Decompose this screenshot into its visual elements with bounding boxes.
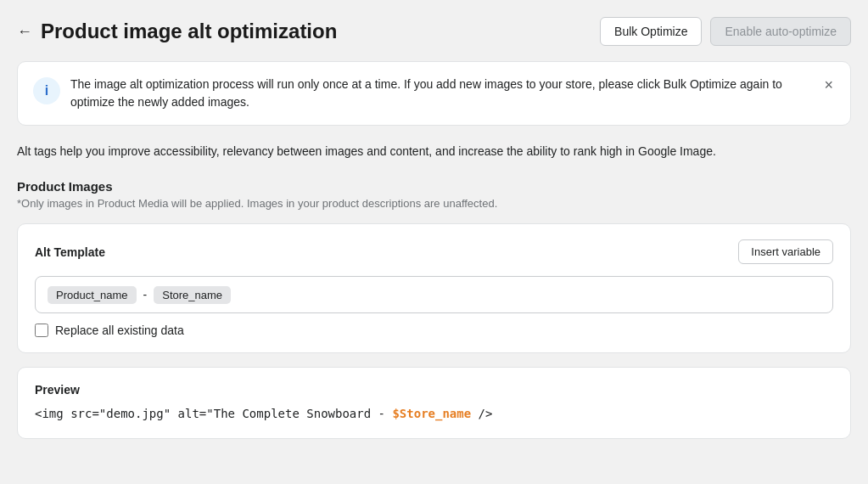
replace-checkbox-row: Replace all existing data: [35, 324, 833, 337]
preview-title: Preview: [35, 383, 833, 397]
separator: -: [143, 288, 148, 301]
info-banner: i The image alt optimization process wil…: [17, 61, 851, 126]
card-header: Alt Template Insert variable: [35, 239, 833, 264]
alt-template-card: Alt Template Insert variable Product_nam…: [17, 223, 851, 353]
back-button[interactable]: ←: [17, 23, 32, 41]
replace-checkbox[interactable]: [35, 324, 48, 337]
header-left: ← Product image alt optimization: [17, 20, 337, 43]
insert-variable-button[interactable]: Insert variable: [738, 239, 833, 264]
replace-checkbox-label: Replace all existing data: [55, 324, 184, 337]
info-icon: i: [45, 83, 48, 98]
preview-code-highlight: $Store_name: [392, 407, 471, 420]
alt-template-title: Alt Template: [35, 245, 105, 259]
preview-card: Preview <img src="demo.jpg" alt="The Com…: [17, 367, 851, 439]
product-images-title: Product Images: [17, 179, 851, 194]
product-name-tag[interactable]: Product_name: [48, 286, 137, 304]
page-title: Product image alt optimization: [41, 20, 337, 43]
close-icon[interactable]: ×: [822, 76, 835, 94]
page-container: ← Product image alt optimization Bulk Op…: [17, 17, 851, 439]
template-input[interactable]: Product_name - Store_name: [35, 276, 833, 313]
page-header: ← Product image alt optimization Bulk Op…: [17, 17, 851, 46]
store-name-tag[interactable]: Store_name: [154, 286, 231, 304]
preview-code-prefix: <img src="demo.jpg" alt="The Complete Sn…: [35, 407, 392, 420]
banner-message: The image alt optimization process will …: [70, 76, 812, 111]
product-images-section: Product Images *Only images in Product M…: [17, 179, 851, 210]
enable-auto-optimize-button[interactable]: Enable auto-optimize: [710, 17, 851, 46]
description-text: Alt tags help you improve accessibility,…: [17, 143, 851, 160]
header-right: Bulk Optimize Enable auto-optimize: [600, 17, 851, 46]
info-icon-wrapper: i: [33, 77, 60, 104]
product-images-subtitle: *Only images in Product Media will be ap…: [17, 197, 851, 210]
preview-code: <img src="demo.jpg" alt="The Complete Sn…: [35, 405, 833, 423]
preview-code-suffix: />: [471, 407, 492, 420]
bulk-optimize-button[interactable]: Bulk Optimize: [600, 17, 702, 46]
